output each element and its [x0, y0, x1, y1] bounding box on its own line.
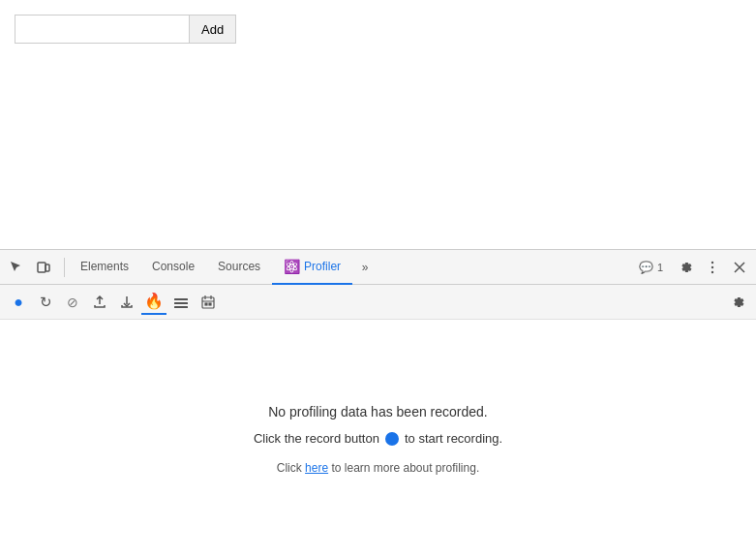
browser-content: Add — [0, 0, 756, 250]
more-tabs-icon: » — [362, 261, 369, 274]
profiler-toolbar: ● ↻ ⊘ 🔥 — [0, 285, 756, 320]
close-devtools-button[interactable] — [727, 255, 752, 280]
svg-rect-6 — [174, 302, 188, 304]
save-profile-button[interactable] — [114, 290, 139, 315]
clear-button[interactable]: ⊘ — [60, 290, 85, 315]
tab-sources-label: Sources — [218, 260, 260, 273]
instruction-prefix: Click the record button — [254, 431, 379, 446]
profiler-settings-button[interactable] — [725, 290, 750, 315]
tab-elements[interactable]: Elements — [69, 250, 140, 285]
add-button[interactable]: Add — [189, 15, 236, 44]
learn-more-suffix: to learn more about profiling. — [328, 461, 479, 475]
tabbar-separator — [64, 258, 65, 277]
no-data-message: No profiling data has been recorded. Cli… — [254, 404, 502, 475]
add-input[interactable] — [15, 15, 189, 44]
inspect-element-button[interactable] — [4, 255, 29, 280]
devtools-icons-left — [4, 255, 56, 280]
tab-profiler-label: Profiler — [304, 260, 341, 273]
tab-console-label: Console — [152, 260, 195, 273]
no-data-instruction: Click the record button to start recordi… — [254, 431, 502, 446]
learn-more-link[interactable]: here — [305, 461, 328, 475]
tabbar-right: 💬 1 — [631, 255, 752, 280]
svg-rect-10 — [209, 303, 211, 305]
flamechart-button[interactable]: 🔥 — [141, 290, 166, 315]
message-badge-button[interactable]: 💬 1 — [631, 259, 671, 276]
devtools-content: No profiling data has been recorded. Cli… — [0, 320, 756, 559]
tab-console[interactable]: Console — [140, 250, 206, 285]
devtools-panel: Elements Console Sources ⚛️ Profiler » 💬… — [0, 249, 756, 559]
record-button[interactable]: ● — [6, 290, 31, 315]
learn-more-prefix: Click — [277, 461, 305, 475]
svg-rect-5 — [174, 298, 188, 300]
record-dot-indicator — [385, 432, 399, 446]
profiler-icon: ⚛️ — [284, 259, 300, 274]
tab-elements-label: Elements — [80, 260, 129, 273]
instruction-suffix: to start recording. — [405, 431, 502, 446]
no-data-title: No profiling data has been recorded. — [254, 404, 502, 419]
svg-rect-0 — [38, 263, 45, 272]
svg-point-2 — [711, 261, 713, 263]
svg-rect-8 — [202, 297, 214, 308]
learn-more-text: Click here to learn more about profiling… — [254, 461, 502, 475]
message-icon: 💬 — [639, 261, 653, 274]
svg-point-3 — [711, 265, 713, 267]
svg-rect-7 — [174, 306, 188, 308]
reload-record-button[interactable]: ↻ — [33, 290, 58, 315]
coverage-button[interactable] — [196, 290, 221, 315]
load-profile-button[interactable] — [87, 290, 112, 315]
tab-sources[interactable]: Sources — [206, 250, 272, 285]
more-tabs-button[interactable]: » — [352, 255, 378, 280]
svg-point-4 — [711, 270, 713, 272]
add-form: Add — [15, 15, 236, 44]
message-count: 1 — [657, 262, 663, 273]
device-toolbar-button[interactable] — [31, 255, 56, 280]
tab-profiler[interactable]: ⚛️ Profiler — [272, 250, 352, 285]
devtools-tabbar: Elements Console Sources ⚛️ Profiler » 💬… — [0, 250, 756, 285]
chart-button[interactable] — [168, 290, 194, 315]
svg-rect-9 — [205, 303, 207, 305]
settings-button[interactable] — [673, 255, 698, 280]
more-options-button[interactable] — [700, 255, 725, 280]
svg-rect-1 — [45, 264, 49, 271]
